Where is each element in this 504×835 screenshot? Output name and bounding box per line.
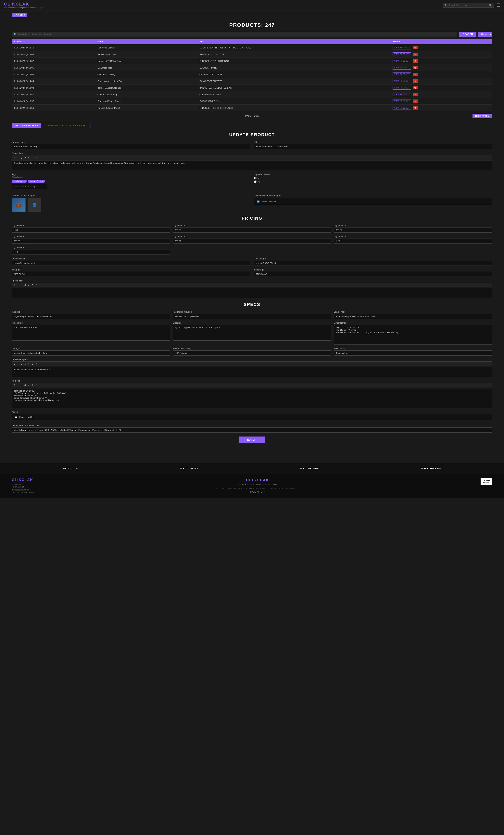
delete-product-button[interactable]: 🗑	[413, 106, 418, 109]
list1-icon[interactable]: ≡	[27, 363, 30, 365]
run-charge-input[interactable]	[254, 261, 492, 266]
view-product-button[interactable]: VIEW PRODUCT	[393, 79, 412, 83]
radio-no[interactable]: No	[254, 180, 492, 183]
view-product-button[interactable]: VIEW PRODUCT	[393, 86, 412, 89]
quote-icon[interactable]: ❝	[35, 363, 37, 365]
select-new-files-button[interactable]: 💾 Select new files	[254, 198, 492, 205]
list2-icon[interactable]: ≣	[31, 363, 34, 365]
lead-time-input[interactable]	[334, 314, 492, 319]
underline-icon[interactable]: U	[20, 384, 23, 387]
bold-icon[interactable]: B	[13, 384, 16, 387]
delete-product-button[interactable]: 🗑	[413, 46, 418, 49]
underline-icon[interactable]: U	[20, 156, 23, 159]
price-includes-input[interactable]	[12, 261, 250, 266]
sku-input[interactable]	[254, 144, 492, 149]
radio-yes[interactable]: Yes	[254, 177, 492, 179]
list1-icon[interactable]: ≡	[27, 156, 30, 159]
dimensions-textarea[interactable]: Bag: 21" L x 11" W Handles: 7" drop Shou…	[334, 325, 492, 345]
qty-250-input[interactable]	[334, 227, 492, 232]
delete-product-button[interactable]: 🗑	[413, 93, 418, 96]
delete-product-button[interactable]: 🗑	[413, 86, 418, 89]
header-search-button[interactable]: 🔍	[489, 4, 492, 7]
delete-product-button[interactable]: 🗑	[413, 79, 418, 83]
submit-button[interactable]: SUBMIT	[239, 436, 265, 443]
max-imprint-input[interactable]	[173, 350, 331, 355]
table-search-column-select[interactable]: Name	[478, 32, 492, 37]
view-product-button[interactable]: VIEW PRODUCT	[393, 59, 412, 63]
qty-1000-input[interactable]	[173, 239, 331, 244]
bold-icon[interactable]: B	[13, 363, 16, 365]
strikethrough-icon[interactable]: S	[24, 384, 26, 387]
italic-icon[interactable]: I	[17, 156, 19, 159]
view-product-button[interactable]: VIEW PRODUCT	[393, 73, 412, 76]
back-to-top-button[interactable]: BACK TO TOP ^	[216, 491, 299, 493]
view-product-button[interactable]: VIEW PRODUCT	[393, 66, 412, 69]
italic-icon[interactable]: I	[17, 363, 19, 365]
italic-icon[interactable]: I	[17, 284, 19, 287]
italic-icon[interactable]: I	[17, 384, 19, 387]
view-product-button[interactable]: VIEW PRODUCT	[393, 93, 412, 96]
delete-product-button[interactable]: 🗑	[413, 66, 418, 69]
header-search-input[interactable]	[448, 4, 488, 6]
tag-remove-icon[interactable]: ✕	[23, 180, 25, 182]
go-back-button[interactable]: < GO BACK	[12, 13, 27, 17]
setup-input[interactable]	[12, 272, 250, 277]
list2-icon[interactable]: ≣	[31, 156, 34, 159]
description-editor[interactable]: A tried-and-true classic, our banker bag…	[12, 161, 492, 170]
colors-input[interactable]	[12, 350, 170, 355]
show-details-toggle[interactable]: Show Details	[12, 176, 250, 179]
table-search-bar[interactable]: 🔍	[12, 32, 457, 37]
tag-input[interactable]	[12, 184, 47, 189]
includes-input[interactable]	[12, 314, 170, 319]
bold-icon[interactable]: B	[13, 284, 16, 287]
underline-icon[interactable]: U	[20, 363, 23, 365]
quote-icon[interactable]: ❝	[35, 284, 37, 287]
select-new-file-button[interactable]: 💾 Select new file	[12, 414, 492, 420]
list1-icon[interactable]: ≡	[27, 284, 30, 287]
delete-product-button[interactable]: 🗑	[413, 53, 418, 56]
additional-specs-editor[interactable]: additional cost to add ribbon on straps	[12, 367, 492, 377]
pricing-misc-editor[interactable]	[12, 288, 492, 298]
nevermind-button[interactable]: NEVER MIND, DON'T UPDATE PRODUCT	[43, 123, 91, 128]
strikethrough-icon[interactable]: S	[24, 363, 26, 365]
table-search-button[interactable]: SEARCH	[459, 32, 477, 37]
tag-remove-icon[interactable]: ✕	[41, 180, 43, 182]
vimeo-input[interactable]	[12, 427, 492, 432]
closure-textarea[interactable]: nylon zipper with metal zipper pull	[173, 325, 331, 341]
max-colors-input[interactable]	[334, 350, 492, 355]
next-page-button[interactable]: NEXT PAGE >	[472, 114, 492, 118]
addons-editor[interactable]: front pocket: $6.58 (V)1" x 5" Imprint o…	[12, 388, 492, 408]
terms-link[interactable]: TERMS & CONDITIONS	[256, 484, 278, 486]
quote-icon[interactable]: ❝	[35, 156, 37, 159]
view-product-button[interactable]: VIEW PRODUCT	[393, 99, 412, 103]
sample-input[interactable]	[254, 272, 492, 277]
quote-icon[interactable]: ❝	[35, 384, 37, 387]
delete-product-button[interactable]: 🗑	[413, 59, 418, 63]
packaging-input[interactable]	[173, 314, 331, 319]
view-product-button[interactable]: VIEW PRODUCT	[393, 53, 412, 56]
table-search-input[interactable]	[18, 33, 456, 36]
product-name-input[interactable]	[12, 144, 250, 149]
qty-100-input[interactable]	[173, 227, 331, 232]
tag-pills: quick-turn ✕ totes-duffles ✕	[12, 180, 250, 183]
qty-500-input[interactable]	[12, 239, 170, 244]
list2-icon[interactable]: ≣	[31, 384, 34, 387]
delete-product-button[interactable]: 🗑	[413, 100, 418, 103]
add-new-product-button[interactable]: ADD A NEW PRODUCT	[12, 123, 41, 128]
privacy-policy-link[interactable]: PRIVACY POLICY	[238, 484, 254, 486]
qty-2500-input[interactable]	[334, 239, 492, 244]
header-search-bar[interactable]: 🔍 🔍	[443, 3, 494, 8]
qty-50-input[interactable]	[12, 227, 170, 232]
list2-icon[interactable]: ≣	[31, 284, 34, 287]
bold-icon[interactable]: B	[13, 156, 16, 159]
view-product-button[interactable]: VIEW PRODUCT	[393, 106, 412, 110]
delete-product-button[interactable]: 🗑	[413, 73, 418, 76]
view-product-button[interactable]: VIEW PRODUCT	[393, 46, 412, 49]
strikethrough-icon[interactable]: S	[24, 284, 26, 287]
materials-textarea[interactable]: 16oz cotton canvas	[12, 325, 170, 341]
hamburger-menu[interactable]: ☰	[497, 3, 500, 7]
strikethrough-icon[interactable]: S	[24, 156, 26, 159]
list1-icon[interactable]: ≡	[27, 384, 30, 387]
underline-icon[interactable]: U	[20, 284, 23, 287]
qty-5000-input[interactable]	[12, 249, 170, 255]
